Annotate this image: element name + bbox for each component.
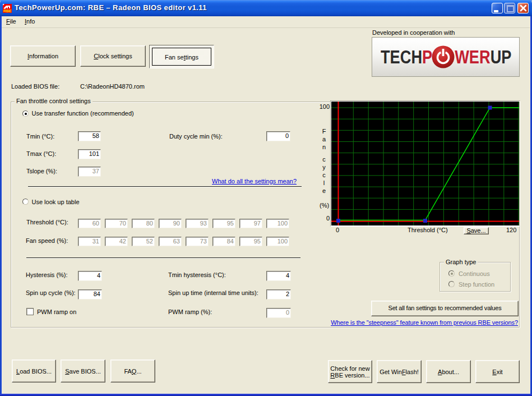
svg-text:RBE: RBE — [3, 9, 12, 13]
